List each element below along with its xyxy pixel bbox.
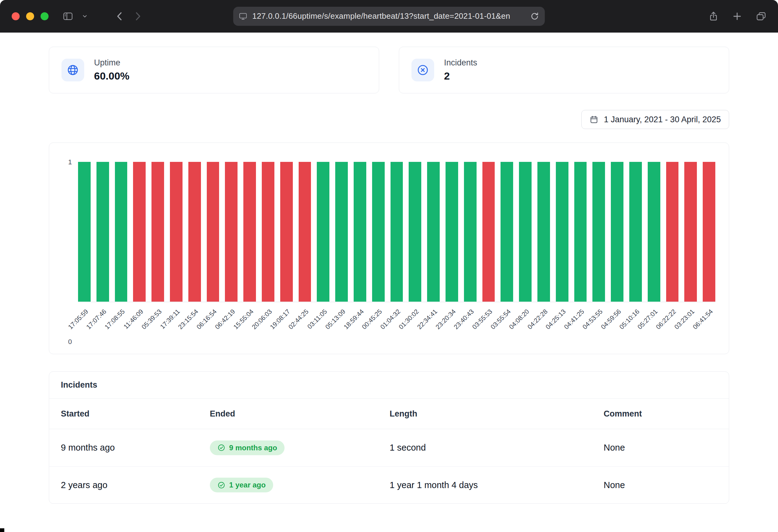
incident-ended: 9 months ago <box>229 444 277 452</box>
address-bar[interactable]: 127.0.0.1/66uptime/s/example/heartbeat/1… <box>233 7 545 26</box>
heartbeat-bar-down[interactable] <box>703 162 715 301</box>
column-header-comment: Comment <box>604 409 717 419</box>
incidents-table-header: Started Ended Length Comment <box>49 398 729 429</box>
table-row: 2 years ago 1 year ago 1 year 1 month 4 … <box>49 466 729 504</box>
check-circle-icon <box>217 444 226 452</box>
reload-icon[interactable] <box>530 12 539 21</box>
share-icon[interactable] <box>709 11 718 22</box>
heartbeat-bar-down[interactable] <box>280 162 293 301</box>
heartbeat-bar-down[interactable] <box>188 162 201 301</box>
incidents-table-title: Incidents <box>49 372 729 398</box>
stats-row: Uptime 60.00% Incidents 2 <box>49 47 729 93</box>
heartbeat-bar-up[interactable] <box>317 162 329 301</box>
heartbeat-bar-up[interactable] <box>500 162 513 301</box>
column-header-length: Length <box>390 409 604 419</box>
incident-length: 1 year 1 month 4 days <box>390 480 604 490</box>
heartbeat-bar-down[interactable] <box>225 162 237 301</box>
heartbeat-bar-up[interactable] <box>519 162 532 301</box>
chart-plot-area <box>78 162 715 302</box>
incident-ended: 1 year ago <box>229 481 266 489</box>
heartbeat-bar-down[interactable] <box>299 162 311 301</box>
heartbeat-bar-down[interactable] <box>666 162 679 301</box>
incident-ended-badge: 1 year ago <box>210 478 273 493</box>
page-content: Uptime 60.00% Incidents 2 1 Janu <box>49 47 729 504</box>
x-axis: 17:05:5917:07:4617:08:5511:46:0905:39:53… <box>78 302 715 342</box>
window-controls <box>12 12 49 20</box>
heartbeat-bar-up[interactable] <box>391 162 403 301</box>
y-axis: 1 0 <box>60 162 78 342</box>
incident-length: 1 second <box>390 443 604 453</box>
heartbeat-bar-up[interactable] <box>629 162 642 301</box>
column-header-ended: Ended <box>210 409 390 419</box>
incident-started: 9 months ago <box>61 443 210 453</box>
heartbeat-bar-down[interactable] <box>170 162 182 301</box>
heartbeat-bar-up[interactable] <box>537 162 550 301</box>
heartbeat-bar-up[interactable] <box>78 162 91 301</box>
heartbeat-bar-up[interactable] <box>335 162 348 301</box>
uptime-label: Uptime <box>94 58 129 68</box>
y-axis-tick-label: 1 <box>68 158 72 166</box>
incidents-table-card: Incidents Started Ended Length Comment 9… <box>49 371 729 504</box>
url-text: 127.0.0.1/66uptime/s/example/heartbeat/1… <box>252 11 525 21</box>
new-tab-icon[interactable] <box>732 11 743 21</box>
heartbeat-bar-up[interactable] <box>611 162 623 301</box>
date-range-label: 1 January, 2021 - 30 April, 2025 <box>604 115 721 124</box>
tab-overview-icon[interactable] <box>756 11 766 21</box>
zoom-window-button[interactable] <box>41 12 49 20</box>
heartbeat-bar-up[interactable] <box>427 162 440 301</box>
heartbeat-bar-up[interactable] <box>556 162 568 301</box>
heartbeat-bar-down[interactable] <box>262 162 275 301</box>
y-axis-tick-label: 0 <box>68 338 72 346</box>
incident-comment: None <box>604 480 717 490</box>
heartbeat-bar-up[interactable] <box>446 162 458 301</box>
heartbeat-bar-down[interactable] <box>684 162 697 301</box>
heartbeat-bar-up[interactable] <box>354 162 366 301</box>
heartbeat-bar-down[interactable] <box>482 162 495 301</box>
website-settings-icon[interactable] <box>239 12 247 20</box>
back-button[interactable] <box>115 11 124 21</box>
incident-started: 2 years ago <box>61 480 210 490</box>
heartbeat-bar-up[interactable] <box>464 162 477 301</box>
minimize-window-button[interactable] <box>26 12 34 20</box>
x-circle-icon <box>411 59 434 81</box>
check-circle-icon <box>217 481 226 489</box>
forward-button[interactable] <box>133 11 143 21</box>
browser-toolbar: 127.0.0.1/66uptime/s/example/heartbeat/1… <box>0 0 778 32</box>
heartbeat-bar-down[interactable] <box>243 162 256 301</box>
incident-comment: None <box>604 443 717 453</box>
heartbeat-chart: 1 0 17:05:5917:07:4617:08:5511:46:0905:3… <box>60 162 715 342</box>
globe-icon <box>62 59 84 81</box>
calendar-icon <box>590 115 598 124</box>
uptime-value: 60.00% <box>94 70 129 82</box>
incidents-value: 2 <box>444 70 477 82</box>
table-row: 9 months ago 9 months ago 1 second None <box>49 429 729 466</box>
incidents-stat-card: Incidents 2 <box>399 47 729 93</box>
heartbeat-bar-down[interactable] <box>207 162 219 301</box>
date-range-button[interactable]: 1 January, 2021 - 30 April, 2025 <box>581 110 729 129</box>
heartbeat-bar-up[interactable] <box>372 162 385 301</box>
heartbeat-bar-up[interactable] <box>96 162 109 301</box>
heartbeat-bar-up[interactable] <box>115 162 128 301</box>
heartbeat-bar-up[interactable] <box>409 162 421 301</box>
incident-ended-badge: 9 months ago <box>210 440 285 455</box>
uptime-stat-card: Uptime 60.00% <box>49 47 379 93</box>
close-window-button[interactable] <box>12 12 20 20</box>
heartbeat-bar-up[interactable] <box>648 162 660 301</box>
column-header-started: Started <box>61 409 210 419</box>
incidents-label: Incidents <box>444 58 477 68</box>
screenshot-artifact <box>0 528 4 532</box>
heartbeat-bar-up[interactable] <box>593 162 605 301</box>
heartbeat-bar-up[interactable] <box>574 162 587 301</box>
date-range-row: 1 January, 2021 - 30 April, 2025 <box>49 110 729 129</box>
heartbeat-bar-down[interactable] <box>133 162 146 301</box>
sidebar-toggle-icon[interactable] <box>63 12 73 21</box>
heartbeat-chart-card: 1 0 17:05:5917:07:4617:08:5511:46:0905:3… <box>49 143 729 354</box>
chevron-down-icon[interactable] <box>82 14 87 18</box>
heartbeat-bar-down[interactable] <box>152 162 164 301</box>
